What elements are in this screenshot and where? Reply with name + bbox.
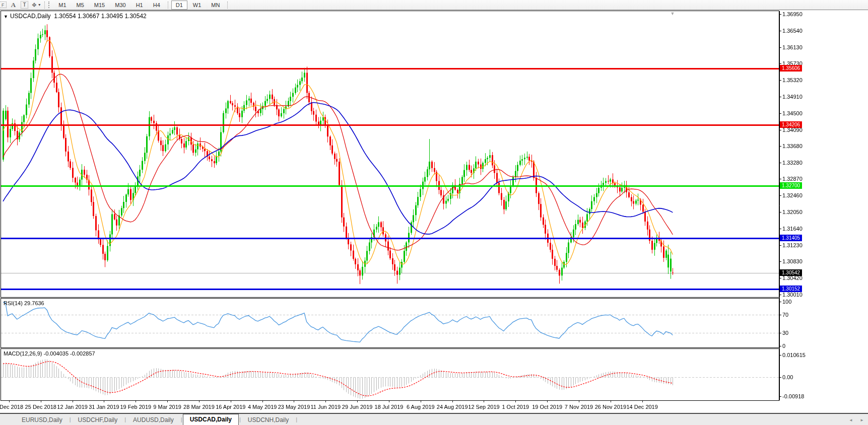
current-price-tag: 1.30542 (780, 269, 802, 276)
timeframe-button-m1[interactable]: M1 (54, 1, 71, 10)
macd-axis-label: 0.010615 (782, 352, 806, 358)
price-axis-label: 1.31640 (782, 226, 803, 232)
level-price-tag: 1.35606 (780, 65, 802, 72)
date-axis-label: 29 Jun 2019 (342, 404, 373, 410)
date-axis-label: 6 Dec 2018 (0, 404, 23, 410)
date-axis-label: 24 Aug 2019 (437, 404, 468, 410)
chevron-down-icon: ▾ (38, 3, 40, 7)
price-axis-label: 1.34500 (782, 110, 803, 116)
tab-separator: | (295, 416, 298, 422)
date-axis-label: 6 Aug 2019 (407, 404, 435, 410)
date-axis-label: 7 Nov 2019 (565, 404, 593, 410)
macd-indicator-label: MACD(12,26,9) -0.004035 -0.002857 (4, 350, 95, 357)
date-axis-label: 25 Dec 2018 (25, 404, 56, 410)
price-axis-label: 1.34910 (782, 94, 803, 100)
price-axis-label: 1.32050 (782, 209, 803, 215)
level-price-tag: 1.31405 (780, 235, 802, 241)
timeframe-button-m15[interactable]: M15 (90, 1, 109, 10)
scroll-to-end-icon: ▼ (670, 11, 675, 16)
chart-title: ▼USDCAD,Daily 1.30554 1.30667 1.30495 1.… (4, 13, 147, 20)
chart-workspace: ▼USDCAD,Daily 1.30554 1.30667 1.30495 1.… (0, 10, 868, 413)
rsi-indicator-label: RSI(14) 29.7636 (4, 300, 44, 306)
chart-overlay: ▼USDCAD,Daily 1.30554 1.30667 1.30495 1.… (0, 10, 868, 413)
price-axis-label: 1.36950 (782, 11, 803, 17)
tab-usdchf[interactable]: USDCHF,Daily (72, 415, 124, 425)
toolbar-separator (227, 2, 228, 9)
date-axis-label: 1 Oct 2019 (502, 404, 529, 410)
price-axis-label: 1.30010 (782, 292, 803, 298)
date-axis-label: 4 May 2019 (248, 404, 277, 410)
tab-scroll-arrows: ◄ ► (843, 418, 864, 422)
chart-symbol-label: USDCAD,Daily (10, 13, 51, 20)
rsi-axis-label: 30 (782, 330, 788, 336)
chart-toolbar: F A T ❖ ▾ M1M5M15M30H1H4D1W1MN (0, 0, 868, 10)
level-price-tag: 1.30152 (780, 286, 802, 292)
text-label-icon: A (11, 1, 16, 9)
rsi-axis-label: 0 (782, 343, 785, 349)
timeframe-button-mn[interactable]: MN (207, 1, 224, 10)
date-axis-label: 16 Apr 2019 (216, 404, 245, 410)
macd-axis-label: 0.00 (782, 374, 793, 380)
price-axis-label: 1.31230 (782, 242, 803, 248)
price-axis-label: 1.36130 (782, 44, 803, 50)
timeframe-button-d1[interactable]: D1 (171, 1, 187, 10)
date-axis-label: 12 Sep 2019 (468, 404, 499, 410)
timeframe-button-h4[interactable]: H4 (149, 1, 165, 10)
macd-name: MACD(12,26,9) (4, 350, 42, 357)
price-axis-label: 1.33280 (782, 160, 803, 166)
tab-eurusd[interactable]: EURUSD,Daily (15, 415, 69, 425)
toolbar-separator (44, 2, 45, 9)
level-price-tag: 1.34206 (780, 121, 802, 128)
chart-quote-ohlc: 1.30554 1.30667 1.30495 1.30542 (54, 13, 147, 20)
chart-tab-bar: ◄ ► EURUSD,Daily|USDCHF,Daily|AUDUSD,Dai… (0, 413, 868, 425)
price-axis-label: 1.33680 (782, 143, 803, 149)
date-axis-label: 23 May 2019 (278, 404, 310, 410)
tab-usdcad[interactable]: USDCAD,Daily (183, 414, 239, 425)
text-tool-button[interactable]: T (21, 1, 29, 9)
rsi-value: 29.7636 (24, 300, 44, 306)
shapes-icon: ❖ (32, 2, 37, 9)
date-axis-label: 11 Jun 2019 (310, 404, 341, 410)
fibonacci-tool-button[interactable]: F (0, 1, 7, 9)
timeframe-button-w1[interactable]: W1 (188, 1, 206, 10)
timeframe-button-m30[interactable]: M30 (110, 1, 130, 10)
timeframe-button-h1[interactable]: H1 (131, 1, 148, 10)
rsi-name: RSI(14) (4, 300, 23, 306)
price-axis-label: 1.30830 (782, 258, 803, 264)
tab-audusd[interactable]: AUDUSD,Daily (126, 415, 180, 425)
level-price-tag: 1.32700 (780, 182, 802, 189)
macd-values: -0.004035 -0.002857 (43, 350, 95, 357)
date-axis-label: 18 Jul 2019 (375, 404, 404, 410)
shapes-tool-button[interactable]: ❖ ▾ (32, 1, 41, 9)
rsi-axis-label: 70 (782, 312, 788, 318)
macd-axis-label: -0.00918 (782, 393, 804, 399)
timeframe-button-group: M1M5M15M30H1H4D1W1MN (53, 1, 225, 10)
terminal-window: F A T ❖ ▾ M1M5M15M30H1H4D1W1MN ▼USDCAD,D… (0, 0, 868, 425)
date-axis-label: 19 Feb 2019 (120, 404, 151, 410)
date-axis-label: 28 Mar 2019 (183, 404, 215, 410)
date-axis-label: 14 Dec 2019 (626, 404, 657, 410)
date-axis-label: 19 Oct 2019 (532, 404, 562, 410)
toolbar-separator (168, 2, 168, 9)
tab-scroll-right-icon[interactable]: ► (860, 418, 864, 422)
tab-scroll-left-icon[interactable]: ◄ (849, 418, 853, 422)
fibonacci-icon: F (0, 2, 7, 8)
price-axis-label: 1.35320 (782, 77, 803, 83)
timeframe-button-m5[interactable]: M5 (72, 1, 89, 10)
chart-dropdown-icon: ▼ (4, 14, 8, 19)
text-icon: T (21, 1, 28, 9)
text-label-tool-button[interactable]: A (10, 1, 18, 9)
tab-usdcnh[interactable]: USDCNH,Daily (241, 415, 295, 425)
date-axis-label: 26 Nov 2019 (595, 404, 626, 410)
rsi-axis-label: 100 (782, 299, 791, 305)
price-axis-label: 1.32460 (782, 192, 803, 198)
price-axis-label: 1.32870 (782, 176, 803, 182)
toolbar-drag-handle[interactable] (48, 2, 51, 8)
date-axis-label: 31 Jan 2019 (89, 404, 119, 410)
date-axis-label: 9 Mar 2019 (153, 404, 181, 410)
price-axis-label: 1.36540 (782, 28, 803, 34)
date-axis-label: 12 Jan 2019 (57, 404, 88, 410)
